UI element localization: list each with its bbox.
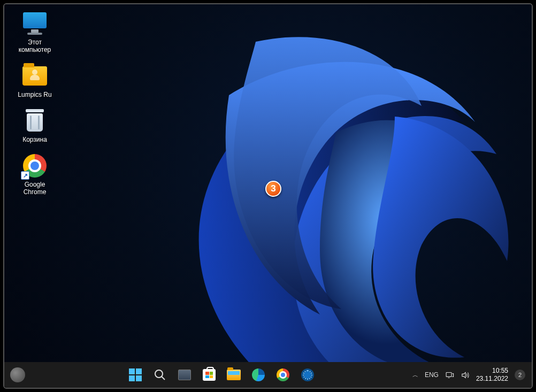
icon-this-pc[interactable]: Этот компьютер xyxy=(11,11,59,53)
ms-store-button[interactable] xyxy=(198,364,220,386)
edge-icon xyxy=(252,368,265,381)
network-button[interactable] xyxy=(445,371,454,380)
tray-overflow-button[interactable]: ︿ xyxy=(412,371,418,379)
taskbar-pinned xyxy=(31,364,412,386)
desktop-icons: Этот компьютер Lumpics Ru Корзина ↗ xyxy=(11,11,59,196)
wallpaper-bloom xyxy=(143,36,532,362)
svg-rect-2 xyxy=(446,372,451,376)
settings-icon xyxy=(301,368,314,381)
recyclebin-icon xyxy=(22,108,48,134)
search-icon xyxy=(154,368,166,381)
edge-button[interactable] xyxy=(248,364,269,386)
taskbar: ︿ ENG 10:55 23.11.2022 2 xyxy=(4,362,532,388)
chrome-taskbar-button[interactable] xyxy=(272,364,294,386)
screen-frame: Этот компьютер Lumpics Ru Корзина ↗ xyxy=(3,3,533,389)
folder-icon xyxy=(22,63,48,89)
taskview-button[interactable] xyxy=(174,364,195,386)
windows-logo-icon xyxy=(129,368,142,381)
chrome-icon: ↗ xyxy=(22,153,48,179)
system-tray: ︿ ENG 10:55 23.11.2022 2 xyxy=(412,367,532,383)
search-button[interactable] xyxy=(149,364,171,386)
chevron-up-icon: ︿ xyxy=(412,371,418,379)
clock-button[interactable]: 10:55 23.11.2022 xyxy=(476,367,508,383)
clock-date: 23.11.2022 xyxy=(476,375,508,383)
taskview-icon xyxy=(178,370,191,380)
volume-button[interactable] xyxy=(461,371,470,380)
volume-icon xyxy=(461,371,470,380)
icon-label: Google Chrome xyxy=(24,181,47,196)
svg-point-0 xyxy=(155,370,163,378)
icon-recycle-bin[interactable]: Корзина xyxy=(11,108,59,143)
desktop[interactable]: Этот компьютер Lumpics Ru Корзина ↗ xyxy=(4,4,532,362)
icon-label: Lumpics Ru xyxy=(18,91,51,98)
icon-label: Этот компьютер xyxy=(19,39,51,53)
weather-widget[interactable] xyxy=(7,364,28,386)
shortcut-arrow-icon: ↗ xyxy=(21,171,29,180)
network-icon xyxy=(445,371,454,380)
icon-lumpics-folder[interactable]: Lumpics Ru xyxy=(11,63,59,98)
settings-button[interactable] xyxy=(297,364,318,386)
start-button[interactable] xyxy=(125,364,146,386)
store-icon xyxy=(203,369,216,381)
chrome-icon xyxy=(277,368,289,381)
notifications-button[interactable]: 2 xyxy=(515,370,525,380)
icon-google-chrome[interactable]: ↗ Google Chrome xyxy=(11,153,59,196)
svg-line-1 xyxy=(162,376,165,380)
annotation-badge: 3 xyxy=(265,181,281,197)
clock-time: 10:55 xyxy=(476,367,508,375)
icon-label: Корзина xyxy=(22,136,47,143)
file-explorer-button[interactable] xyxy=(223,364,244,386)
explorer-icon xyxy=(227,370,241,380)
weather-icon xyxy=(10,367,25,382)
language-indicator[interactable]: ENG xyxy=(425,371,439,379)
monitor-icon xyxy=(22,11,48,36)
